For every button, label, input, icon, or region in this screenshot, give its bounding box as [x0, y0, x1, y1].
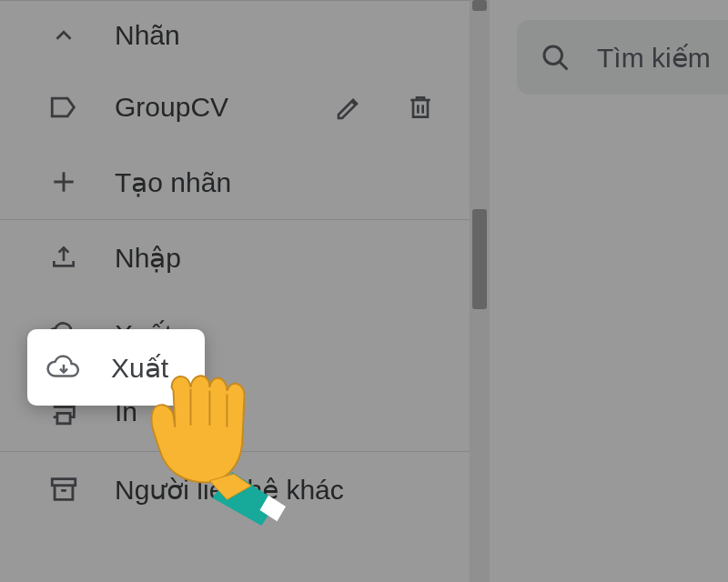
svg-point-0 [544, 46, 562, 65]
app-root: Tìm kiếm Nhãn GroupCV [0, 0, 728, 582]
archive-icon [46, 471, 82, 507]
sidebar-scrollbar[interactable] [470, 0, 490, 582]
labels-section-title: Nhãn [115, 20, 180, 51]
labels-section-toggle[interactable]: Nhãn [0, 1, 470, 70]
scrollbar-thumb[interactable] [472, 209, 487, 309]
scrollbar-thumb[interactable] [472, 0, 487, 11]
create-label-button[interactable]: Tạo nhãn [0, 145, 470, 219]
edit-label-button[interactable] [331, 89, 368, 125]
svg-rect-6 [52, 479, 76, 486]
pointer-hand-icon [130, 353, 303, 526]
label-icon [46, 89, 82, 125]
label-name: GroupCV [115, 92, 228, 123]
svg-line-1 [560, 62, 567, 69]
search-placeholder: Tìm kiếm [597, 42, 711, 74]
cloud-download-icon [46, 349, 82, 386]
search-box[interactable]: Tìm kiếm [517, 20, 728, 95]
delete-label-button[interactable] [402, 89, 439, 125]
import-label: Nhập [115, 242, 181, 274]
search-icon [539, 41, 571, 74]
content-area: Tìm kiếm [490, 0, 728, 582]
upload-icon [46, 239, 82, 276]
create-label-text: Tạo nhãn [115, 166, 231, 198]
chevron-up-icon [46, 17, 82, 54]
svg-rect-5 [57, 413, 70, 423]
plus-icon [46, 164, 82, 200]
label-item[interactable]: GroupCV [0, 70, 470, 145]
import-button[interactable]: Nhập [0, 220, 470, 295]
